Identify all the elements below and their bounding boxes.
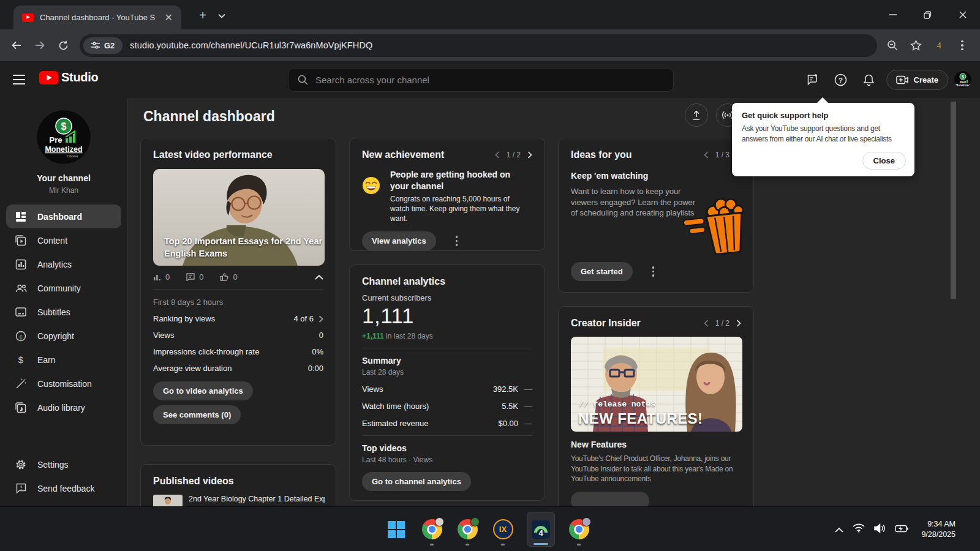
creator-insider-thumbnail[interactable]: // release notes NEW FEATURES! [571, 337, 742, 432]
zoom-icon[interactable] [882, 35, 903, 56]
chrome-profile-2-button[interactable] [456, 512, 479, 547]
get-started-button[interactable]: Get started [571, 262, 633, 281]
window-restore-button[interactable] [910, 0, 945, 29]
toolbar-right: 4 [882, 35, 973, 56]
browser-menu-kebab-icon[interactable] [952, 35, 973, 56]
go-to-channel-analytics-button[interactable]: Go to channel analytics [362, 472, 471, 491]
pager-prev-icon[interactable] [704, 151, 709, 159]
start-button[interactable] [385, 512, 408, 547]
pager-label: 1 / 2 [715, 319, 729, 328]
insider-headline: New Features [571, 440, 741, 449]
address-bar[interactable]: G2 studio.youtube.com/channel/UCuR1ul3r7… [80, 34, 877, 57]
tooltip-close-button[interactable]: Close [862, 152, 906, 170]
pager-prev-icon[interactable] [495, 151, 500, 159]
sidebar-item-audio-library[interactable]: ♪ Audio library [0, 395, 127, 419]
new-features-text: NEW FEATURES! [578, 410, 703, 427]
channel-block: $ Pre Monetized Chann Your channel Mir K… [0, 98, 127, 195]
help-icon[interactable]: ? [830, 69, 852, 91]
column-3: Ideas for you 1 / 3 Keep 'em watching Wa… [558, 138, 754, 506]
feedback-icon[interactable] [802, 69, 824, 91]
account-avatar[interactable]: $PreMonetized [954, 71, 971, 88]
browser-tab[interactable]: Channel dashboard - YouTube S ✕ [13, 6, 181, 29]
wifi-icon[interactable] [853, 523, 865, 535]
analytics-row-label: Views [362, 384, 383, 394]
sidebar-item-send-feedback[interactable]: Send feedback [0, 476, 127, 500]
pager-next-icon[interactable] [736, 320, 741, 327]
sidebar-item-dashboard[interactable]: Dashboard [6, 204, 121, 228]
sidebar-footer: Settings Send feedback [0, 452, 127, 500]
sidebar-item-copyright[interactable]: c Copyright [0, 324, 127, 348]
window-close-button[interactable] [945, 0, 980, 29]
published-video-thumbnail[interactable] [153, 495, 183, 506]
reload-icon[interactable] [51, 34, 75, 57]
sidebar-item-subtitles[interactable]: Subtitles [0, 300, 127, 324]
go-to-video-analytics-button[interactable]: Go to video analytics [153, 381, 253, 400]
collapse-chevron-up-icon[interactable] [315, 272, 323, 282]
tab-search-chevron-icon[interactable] [218, 10, 225, 21]
published-video-row[interactable]: 2nd Year Biology Chapter 1 Detailed Expl… [153, 495, 323, 506]
dashboard-icon [15, 211, 27, 222]
sidebar: $ Pre Monetized Chann Your channel Mir K… [0, 98, 128, 506]
upload-videos-icon[interactable] [685, 103, 708, 127]
back-icon[interactable] [5, 34, 28, 57]
audio-library-icon: ♪ [15, 402, 27, 413]
video-comments-stat: 0 [186, 272, 203, 282]
youtube-studio-logo[interactable]: Studio [39, 70, 98, 84]
sidebar-item-label: Dashboard [37, 212, 82, 222]
sidebar-item-community[interactable]: Community [0, 276, 127, 300]
tab-close-icon[interactable]: ✕ [162, 12, 175, 24]
create-button[interactable]: Create [886, 70, 948, 90]
analytics-row-revenue: Estimated revenue $0.00— [362, 419, 532, 428]
achievement-kebab-icon[interactable] [453, 233, 461, 249]
view-analytics-button[interactable]: View analytics [362, 231, 436, 250]
notifications-bell-icon[interactable] [858, 69, 880, 91]
sidebar-item-label: Community [37, 283, 81, 293]
bookmark-star-icon[interactable] [905, 35, 926, 56]
window-minimize-button[interactable] [875, 0, 910, 29]
scrollbar-thumb[interactable] [951, 102, 956, 299]
site-badge-label: G2 [104, 41, 115, 50]
site-info-pill[interactable]: G2 [83, 37, 123, 54]
sidebar-item-content[interactable]: Content [0, 228, 127, 252]
metric-value: 4 of 6 [293, 314, 314, 323]
channel-avatar[interactable]: $ Pre Monetized Chann [37, 110, 91, 164]
sidebar-item-settings[interactable]: Settings [0, 452, 127, 476]
metric-row-ranking[interactable]: Ranking by views 4 of 6 [153, 314, 323, 323]
battery-icon[interactable] [895, 524, 908, 535]
metric-row-duration: Average view duration 0:00 [153, 364, 323, 373]
svg-text:$: $ [18, 354, 24, 365]
video-likes-stat: 0 [220, 272, 237, 282]
tray-chevron-up-icon[interactable] [835, 524, 843, 535]
active-app-button[interactable]: 4 [527, 512, 555, 547]
see-comments-button[interactable]: See comments (0) [153, 405, 241, 424]
insider-watch-button[interactable] [571, 492, 649, 507]
ideas-kebab-icon[interactable] [650, 264, 657, 279]
customisation-wand-icon [15, 378, 27, 389]
current-subscribers-label: Current subscribers [362, 293, 532, 302]
pager-next-icon[interactable] [527, 151, 532, 159]
window-controls [875, 0, 980, 29]
latest-video-thumbnail[interactable]: Top 20 Important Essays for 2nd Year Eng… [153, 169, 325, 266]
menu-hamburger-icon[interactable] [11, 72, 27, 88]
system-tray: 9:34 AM 9/28/2025 [835, 507, 956, 551]
search-input[interactable] [315, 75, 664, 85]
card-title: New achievement [362, 149, 444, 160]
forward-icon[interactable] [28, 34, 51, 57]
sidebar-item-analytics[interactable]: Analytics [0, 252, 127, 276]
popcorn-illustration [679, 183, 750, 261]
chrome-profile-3-button[interactable] [567, 512, 590, 547]
extensions-badge[interactable]: 4 [929, 35, 949, 56]
sidebar-item-label: Customisation [37, 379, 92, 389]
ix-app-button[interactable]: IX [491, 512, 514, 547]
clock[interactable]: 9:34 AM 9/28/2025 [921, 519, 956, 540]
sidebar-item-customisation[interactable]: Customisation [0, 372, 127, 395]
summary-title: Summary [362, 356, 532, 365]
volume-icon[interactable] [874, 523, 886, 536]
sidebar-item-earn[interactable]: $ Earn [0, 348, 127, 372]
column-1: Latest video performance [140, 138, 336, 506]
studio-search-bar[interactable] [288, 68, 674, 92]
chrome-profile-1-button[interactable] [420, 512, 443, 547]
pager-prev-icon[interactable] [704, 320, 709, 327]
new-tab-button[interactable]: + [195, 7, 211, 23]
dashboard-actions [685, 103, 739, 127]
